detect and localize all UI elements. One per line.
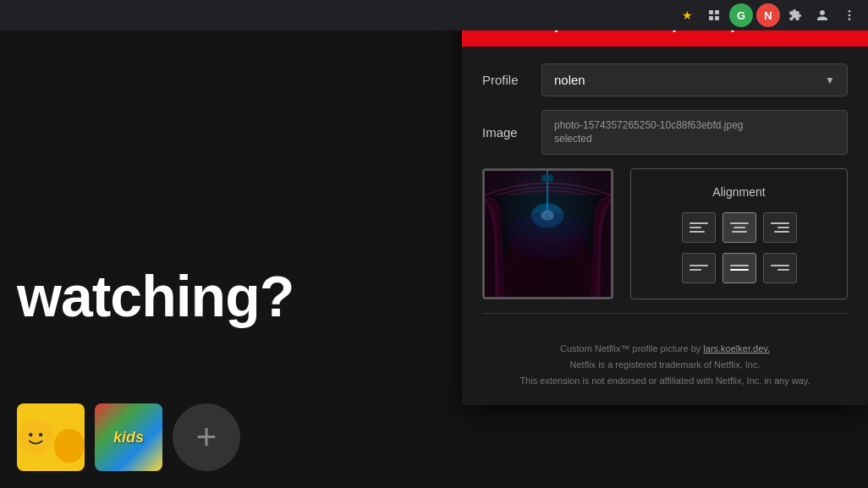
svg-point-9 — [39, 433, 42, 436]
profile-cards-row: kids + — [0, 403, 240, 471]
image-row: Image photo-1574357265250-10c88f63ebfd.j… — [482, 110, 848, 155]
profile-card-add[interactable]: + — [173, 403, 240, 471]
image-label: Image — [482, 125, 541, 140]
image-filename: photo-1574357265250-10c88f63ebfd.jpeg — [554, 119, 744, 131]
alignment-title: Alignment — [641, 185, 837, 199]
profile-dropdown[interactable]: nolen ▼ — [541, 63, 848, 96]
browser-toolbar: ★ G N — [0, 0, 868, 30]
alignment-bottom-row — [641, 253, 837, 283]
g-extension-icon[interactable]: G — [729, 3, 753, 27]
svg-point-6 — [849, 18, 851, 20]
alignment-top-row — [641, 212, 837, 243]
profile-value: nolen — [554, 73, 585, 87]
align-bottom-right-button[interactable] — [763, 253, 797, 283]
svg-rect-22 — [485, 171, 611, 297]
extension-icon-1[interactable] — [702, 3, 726, 27]
svg-point-5 — [849, 14, 851, 17]
align-top-center-button[interactable] — [722, 212, 756, 243]
alignment-box: Alignment — [630, 168, 848, 299]
upload-profile-modal: Upload custom profile picture Profile no… — [462, 0, 868, 405]
align-top-right-button[interactable] — [763, 212, 797, 243]
image-file-input[interactable]: photo-1574357265250-10c88f63ebfd.jpeg se… — [541, 110, 848, 155]
svg-rect-0 — [709, 10, 713, 14]
footer-line2: Netflix is a registered trademark of Net… — [570, 359, 761, 370]
image-subtitle: selected — [554, 133, 592, 145]
svg-rect-1 — [715, 10, 719, 14]
profile-row: Profile nolen ▼ — [482, 63, 848, 96]
profile-card-smiley[interactable] — [17, 403, 85, 471]
netflix-tagline: watching? — [0, 267, 294, 325]
footer-line1: Custom Netflix™ profile picture by lars.… — [560, 343, 770, 354]
svg-rect-2 — [709, 16, 713, 20]
svg-point-7 — [18, 419, 52, 454]
svg-rect-3 — [715, 16, 719, 20]
footer-text: Custom Netflix™ profile picture by lars.… — [482, 341, 848, 388]
align-bottom-left-button[interactable] — [682, 253, 716, 283]
svg-point-4 — [849, 10, 851, 13]
chrome-profile-icon[interactable]: N — [756, 3, 780, 27]
chrome-menu-icon[interactable] — [838, 3, 861, 27]
extensions-puzzle-icon[interactable] — [783, 3, 807, 27]
modal-body: Profile nolen ▼ Image photo-157435726525… — [462, 47, 868, 341]
modal-divider — [482, 313, 848, 314]
preview-alignment-section: Alignment — [482, 168, 848, 299]
svg-point-8 — [29, 433, 32, 436]
image-preview — [482, 168, 613, 299]
modal-footer: Custom Netflix™ profile picture by lars.… — [462, 341, 868, 405]
profile-label: Profile — [482, 73, 541, 87]
footer-link[interactable]: lars.koelker.dev. — [703, 343, 770, 354]
footer-line3: This extension is not endorsed or affili… — [519, 376, 810, 386]
chrome-person-icon[interactable] — [810, 3, 834, 27]
align-top-left-button[interactable] — [682, 212, 716, 243]
profile-card-kids[interactable]: kids — [95, 403, 162, 471]
align-bottom-center-button[interactable] — [722, 253, 756, 283]
bookmark-star-icon[interactable]: ★ — [675, 3, 699, 27]
chevron-down-icon: ▼ — [825, 74, 835, 86]
